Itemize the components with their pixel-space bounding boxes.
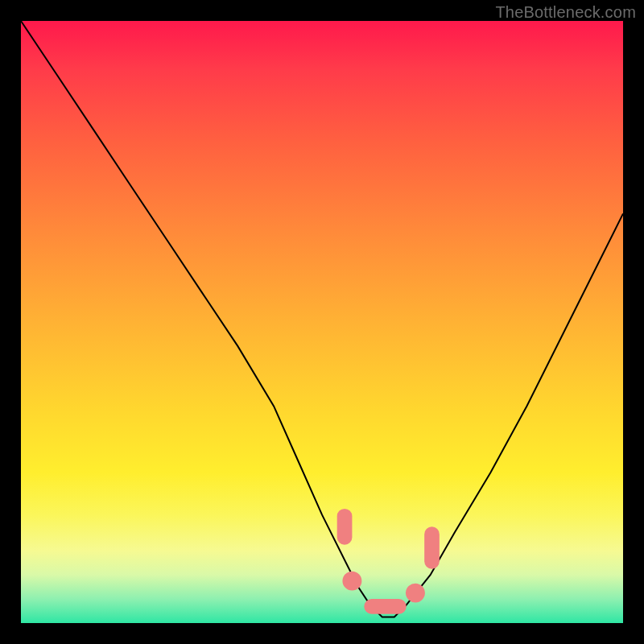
- right-dot: [406, 584, 425, 603]
- chart-area: [21, 21, 623, 623]
- trough-bar: [364, 599, 406, 614]
- bottleneck-curve: [21, 21, 623, 617]
- left-upper: [337, 509, 353, 545]
- left-dot: [342, 572, 361, 591]
- watermark-text: TheBottleneck.com: [495, 3, 636, 22]
- chart-svg: [21, 21, 623, 623]
- markers-group: [337, 509, 440, 614]
- right-upper: [424, 526, 440, 568]
